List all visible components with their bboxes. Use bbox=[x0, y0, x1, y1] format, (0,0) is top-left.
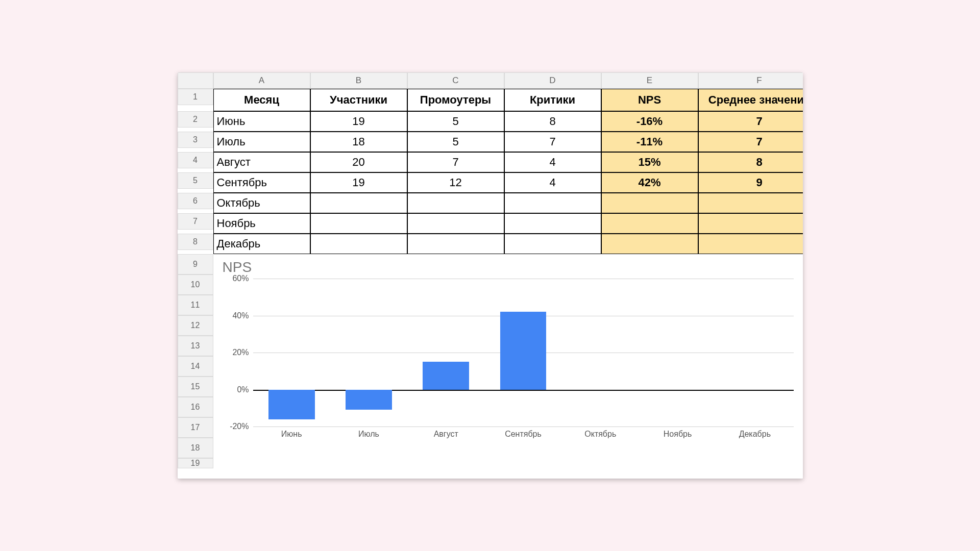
table-row: 4Август207415%8 bbox=[178, 152, 803, 172]
chart-title: NPS bbox=[223, 259, 794, 276]
cell-E6[interactable] bbox=[601, 193, 698, 213]
col-header-D[interactable]: D bbox=[504, 72, 601, 89]
x-tick-label: Ноябрь bbox=[639, 430, 716, 439]
row-header-19[interactable]: 19 bbox=[178, 458, 213, 468]
row-header-18[interactable]: 18 bbox=[178, 438, 213, 458]
row-header-17[interactable]: 17 bbox=[178, 417, 213, 438]
row-header-12[interactable]: 12 bbox=[178, 315, 213, 336]
row-header-14[interactable]: 14 bbox=[178, 356, 213, 377]
y-tick-label: 40% bbox=[223, 311, 249, 320]
cell-A4[interactable]: Август bbox=[213, 152, 310, 172]
cell-D3[interactable]: 7 bbox=[504, 132, 601, 152]
cell-F2[interactable]: 7 bbox=[698, 111, 803, 132]
cell-A1[interactable]: Месяц bbox=[213, 89, 310, 111]
cell-A3[interactable]: Июль bbox=[213, 132, 310, 152]
spreadsheet-header-row: A B C D E F bbox=[178, 72, 803, 89]
cell-C1[interactable]: Промоутеры bbox=[407, 89, 504, 111]
cell-E4[interactable]: 15% bbox=[601, 152, 698, 172]
x-tick-label: Июль bbox=[330, 430, 407, 439]
row-header-4[interactable]: 4 bbox=[178, 152, 213, 168]
x-tick-label: Июнь bbox=[253, 430, 330, 439]
corner-cell[interactable] bbox=[178, 72, 213, 89]
cell-A7[interactable]: Ноябрь bbox=[213, 213, 310, 234]
table-row: 2Июнь1958-16%7 bbox=[178, 111, 803, 132]
cell-F5[interactable]: 9 bbox=[698, 172, 803, 193]
bar-slot bbox=[407, 279, 484, 427]
cell-C5[interactable]: 12 bbox=[407, 172, 504, 193]
x-tick-label: Август bbox=[407, 430, 484, 439]
cell-F1[interactable]: Среднее значение bbox=[698, 89, 803, 111]
row-header-11[interactable]: 11 bbox=[178, 295, 213, 315]
cell-F3[interactable]: 7 bbox=[698, 132, 803, 152]
cell-B2[interactable]: 19 bbox=[310, 111, 407, 132]
bar-slot bbox=[562, 279, 639, 427]
row-header-7[interactable]: 7 bbox=[178, 213, 213, 230]
row-header-9[interactable]: 9 bbox=[178, 254, 213, 274]
cell-C8[interactable] bbox=[407, 234, 504, 254]
cell-D2[interactable]: 8 bbox=[504, 111, 601, 132]
cell-D1[interactable]: Критики bbox=[504, 89, 601, 111]
col-header-B[interactable]: B bbox=[310, 72, 407, 89]
cell-A8[interactable]: Декабрь bbox=[213, 234, 310, 254]
cell-E3[interactable]: -11% bbox=[601, 132, 698, 152]
cell-A6[interactable]: Октябрь bbox=[213, 193, 310, 213]
cell-F8[interactable] bbox=[698, 234, 803, 254]
y-tick-label: 20% bbox=[223, 348, 249, 357]
cell-B1[interactable]: Участники bbox=[310, 89, 407, 111]
cell-C2[interactable]: 5 bbox=[407, 111, 504, 132]
table-row: 6Октябрь bbox=[178, 193, 803, 213]
row-header-5[interactable]: 5 bbox=[178, 172, 213, 189]
cell-D8[interactable] bbox=[504, 234, 601, 254]
row-header-10[interactable]: 10 bbox=[178, 274, 213, 295]
row-header-16[interactable]: 16 bbox=[178, 397, 213, 417]
row-header-1[interactable]: 1 bbox=[178, 89, 213, 105]
cell-C3[interactable]: 5 bbox=[407, 132, 504, 152]
bar-slot bbox=[639, 279, 716, 427]
cell-D6[interactable] bbox=[504, 193, 601, 213]
row-header-6[interactable]: 6 bbox=[178, 193, 213, 209]
bar[interactable] bbox=[346, 390, 392, 410]
cell-E7[interactable] bbox=[601, 213, 698, 234]
table-row: 7Ноябрь bbox=[178, 213, 803, 234]
cell-E8[interactable] bbox=[601, 234, 698, 254]
bar-slot bbox=[716, 279, 793, 427]
col-header-C[interactable]: C bbox=[407, 72, 504, 89]
row-header-13[interactable]: 13 bbox=[178, 336, 213, 356]
bar[interactable] bbox=[423, 362, 469, 389]
cell-A5[interactable]: Сентябрь bbox=[213, 172, 310, 193]
cell-F6[interactable] bbox=[698, 193, 803, 213]
bar[interactable] bbox=[500, 312, 547, 389]
x-tick-label: Декабрь bbox=[716, 430, 793, 439]
cell-D5[interactable]: 4 bbox=[504, 172, 601, 193]
bar-slot bbox=[330, 279, 407, 427]
cell-E1[interactable]: NPS bbox=[601, 89, 698, 111]
cell-C4[interactable]: 7 bbox=[407, 152, 504, 172]
cell-F7[interactable] bbox=[698, 213, 803, 234]
cell-C6[interactable] bbox=[407, 193, 504, 213]
nps-chart[interactable]: NPS -20%0%20%40%60% ИюньИюльАвгустСентяб… bbox=[213, 254, 803, 479]
row-header-15[interactable]: 15 bbox=[178, 377, 213, 397]
col-header-F[interactable]: F bbox=[698, 72, 803, 89]
bar[interactable] bbox=[268, 390, 315, 419]
bar-slot bbox=[484, 279, 561, 427]
cell-B6[interactable] bbox=[310, 193, 407, 213]
cell-B3[interactable]: 18 bbox=[310, 132, 407, 152]
row-header-3[interactable]: 3 bbox=[178, 132, 213, 148]
cell-B4[interactable]: 20 bbox=[310, 152, 407, 172]
cell-F4[interactable]: 8 bbox=[698, 152, 803, 172]
cell-D4[interactable]: 4 bbox=[504, 152, 601, 172]
cell-A2[interactable]: Июнь bbox=[213, 111, 310, 132]
cell-B8[interactable] bbox=[310, 234, 407, 254]
row-header-8[interactable]: 8 bbox=[178, 234, 213, 250]
row-header-2[interactable]: 2 bbox=[178, 111, 213, 128]
cell-B5[interactable]: 19 bbox=[310, 172, 407, 193]
col-header-A[interactable]: A bbox=[213, 72, 310, 89]
cell-E5[interactable]: 42% bbox=[601, 172, 698, 193]
cell-D7[interactable] bbox=[504, 213, 601, 234]
y-tick-label: -20% bbox=[223, 422, 249, 431]
col-header-E[interactable]: E bbox=[601, 72, 698, 89]
cell-B7[interactable] bbox=[310, 213, 407, 234]
cell-E2[interactable]: -16% bbox=[601, 111, 698, 132]
data-header-row: 1 Месяц Участники Промоутеры Критики NPS… bbox=[178, 89, 803, 111]
cell-C7[interactable] bbox=[407, 213, 504, 234]
